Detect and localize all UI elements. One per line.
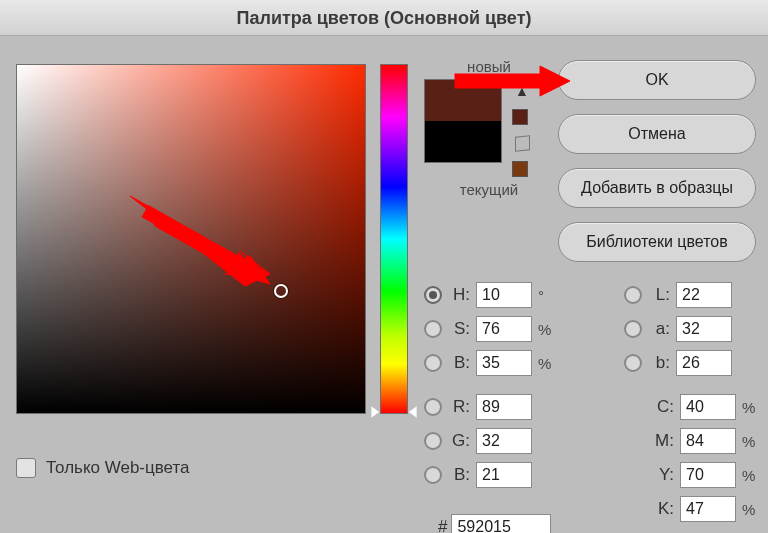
radio-b-rgb[interactable] — [424, 466, 442, 484]
cube-icon[interactable] — [512, 133, 532, 153]
window-title: Палитра цветов (Основной цвет) — [0, 0, 768, 36]
current-color-swatch[interactable] — [424, 121, 502, 163]
sv-cursor-icon — [274, 284, 288, 298]
input-b-hsb[interactable] — [476, 350, 532, 376]
label-k: K: — [648, 499, 674, 519]
input-y[interactable] — [680, 462, 736, 488]
hex-hash-label: # — [438, 517, 447, 533]
current-color-label: текущий — [424, 181, 554, 198]
gamut-nearest-swatch[interactable] — [512, 109, 528, 125]
radio-g[interactable] — [424, 432, 442, 450]
input-l[interactable] — [676, 282, 732, 308]
button-column: OK Отмена Добавить в образцы Библиотеки … — [558, 60, 756, 262]
unit-y: % — [742, 467, 760, 484]
color-libraries-button[interactable]: Библиотеки цветов — [558, 222, 756, 262]
radio-a[interactable] — [624, 320, 642, 338]
input-g[interactable] — [476, 428, 532, 454]
label-b-rgb: B: — [448, 465, 470, 485]
radio-h[interactable] — [424, 286, 442, 304]
unit-k: % — [742, 501, 760, 518]
websafe-nearest-swatch[interactable] — [512, 161, 528, 177]
hue-slider[interactable] — [380, 64, 408, 414]
radio-l[interactable] — [624, 286, 642, 304]
input-b-rgb[interactable] — [476, 462, 532, 488]
radio-r[interactable] — [424, 398, 442, 416]
input-m[interactable] — [680, 428, 736, 454]
hex-row: # — [424, 514, 551, 533]
hex-input[interactable] — [451, 514, 551, 533]
label-r: R: — [448, 397, 470, 417]
label-y: Y: — [648, 465, 674, 485]
label-s: S: — [448, 319, 470, 339]
unit-s: % — [538, 321, 556, 338]
ok-button[interactable]: OK — [558, 60, 756, 100]
input-c[interactable] — [680, 394, 736, 420]
unit-b-hsb: % — [538, 355, 556, 372]
input-k[interactable] — [680, 496, 736, 522]
input-a[interactable] — [676, 316, 732, 342]
label-m: M: — [648, 431, 674, 451]
web-colors-only-checkbox[interactable] — [16, 458, 36, 478]
label-b-hsb: B: — [448, 353, 470, 373]
new-color-label: новый — [424, 58, 554, 75]
unit-h: ° — [538, 287, 556, 304]
unit-c: % — [742, 399, 760, 416]
radio-b-lab[interactable] — [624, 354, 642, 372]
input-s[interactable] — [476, 316, 532, 342]
saturation-brightness-field[interactable] — [16, 64, 366, 414]
radio-s[interactable] — [424, 320, 442, 338]
label-l: L: — [648, 285, 670, 305]
gamut-warning-icon[interactable]: ▲ — [512, 81, 532, 101]
unit-m: % — [742, 433, 760, 450]
swatch-compare: новый ▲ текущий — [424, 58, 554, 198]
label-h: H: — [448, 285, 470, 305]
new-color-swatch — [424, 79, 502, 121]
web-colors-only-label: Только Web-цвета — [46, 458, 190, 478]
input-r[interactable] — [476, 394, 532, 420]
cancel-button[interactable]: Отмена — [558, 114, 756, 154]
label-b-lab: b: — [648, 353, 670, 373]
label-a: a: — [648, 319, 670, 339]
input-b-lab[interactable] — [676, 350, 732, 376]
web-colors-only-row: Только Web-цвета — [16, 458, 190, 478]
dialog-content: новый ▲ текущий OK Отмена Добавить в обр… — [0, 36, 768, 533]
add-to-swatches-button[interactable]: Добавить в образцы — [558, 168, 756, 208]
label-c: C: — [648, 397, 674, 417]
input-h[interactable] — [476, 282, 532, 308]
radio-b-hsb[interactable] — [424, 354, 442, 372]
label-g: G: — [448, 431, 470, 451]
